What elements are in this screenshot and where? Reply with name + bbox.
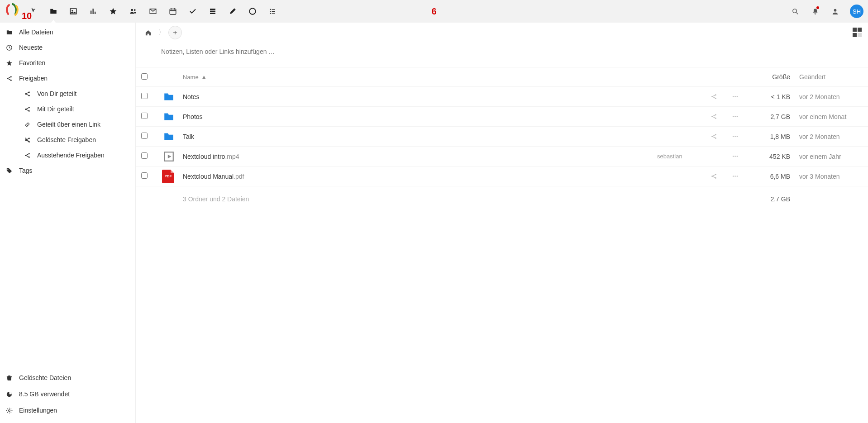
- sidebar-subitem-shared-link[interactable]: Geteilt über einen Link: [0, 117, 135, 132]
- sidebar-item-settings[interactable]: Einstellungen: [0, 402, 135, 418]
- row-checkbox[interactable]: [141, 152, 148, 159]
- svg-rect-11: [270, 9, 271, 10]
- file-size: 6,6 MB: [745, 173, 795, 180]
- tag-icon: [5, 167, 13, 174]
- svg-point-41: [732, 96, 734, 97]
- file-name[interactable]: Talk: [183, 133, 194, 140]
- home-icon[interactable]: [141, 26, 155, 39]
- app-more-icon[interactable]: [262, 0, 282, 23]
- share-icon[interactable]: [702, 113, 725, 120]
- share-icon[interactable]: [702, 133, 725, 140]
- summary-size: 2,7 GB: [745, 195, 795, 203]
- trash-icon: [5, 375, 13, 381]
- shared-by-label: sebastian: [657, 153, 682, 160]
- app-photos-icon[interactable]: [63, 0, 83, 23]
- file-modified: vor einem Jahr: [795, 153, 863, 160]
- select-all-checkbox[interactable]: [141, 73, 148, 80]
- notifications-button[interactable]: [807, 4, 823, 19]
- file-list: Notes< 1 KBvor 2 MonatenPhotos2,7 GBvor …: [136, 87, 868, 186]
- app-notes-icon[interactable]: [223, 0, 243, 23]
- file-modified: vor 2 Monaten: [795, 133, 863, 140]
- row-checkbox[interactable]: [141, 93, 148, 99]
- gear-icon: [5, 407, 13, 414]
- sidebar-subitem-pending-shares[interactable]: Ausstehende Freigaben: [0, 147, 135, 163]
- sidebar-label: Freigaben: [19, 75, 48, 82]
- share-icon[interactable]: [702, 173, 725, 180]
- add-button[interactable]: [168, 26, 182, 39]
- search-button[interactable]: [787, 4, 803, 19]
- summary-text: 3 Ordner und 2 Dateien: [183, 195, 657, 203]
- file-row[interactable]: Notes< 1 KBvor 2 Monaten: [136, 87, 868, 107]
- more-icon[interactable]: [725, 173, 745, 180]
- row-checkbox[interactable]: [141, 133, 148, 139]
- sidebar-item-quota[interactable]: 8.5 GB verwendet: [0, 386, 135, 402]
- file-row[interactable]: PDFNextcloud Manual.pdf6,6 MBvor 3 Monat…: [136, 166, 868, 186]
- notes-input[interactable]: [161, 48, 843, 55]
- svg-point-53: [732, 136, 734, 137]
- app-deck-icon[interactable]: [203, 0, 223, 23]
- svg-point-59: [736, 156, 738, 157]
- sidebar-subitem-shared-with-you[interactable]: Mit Dir geteilt: [0, 101, 135, 117]
- sidebar-item-all-files[interactable]: Alle Dateien: [0, 24, 135, 40]
- folder-icon: [5, 29, 13, 36]
- file-modified: vor 2 Monaten: [795, 93, 863, 100]
- app-files-icon[interactable]: [43, 0, 63, 23]
- svg-rect-13: [270, 13, 271, 14]
- sidebar-bottom: Gelöschte Dateien 8.5 GB verwendet Einst…: [0, 368, 135, 423]
- app-talk-icon[interactable]: [243, 0, 262, 23]
- app-logo[interactable]: [5, 3, 21, 19]
- column-name[interactable]: Name ▲: [183, 74, 657, 81]
- more-icon[interactable]: [725, 153, 745, 160]
- sidebar-label: Tags: [19, 167, 33, 174]
- sidebar-item-tags[interactable]: Tags: [0, 163, 135, 178]
- app-favorites-icon[interactable]: [103, 0, 123, 23]
- app-stats-icon[interactable]: [83, 0, 103, 23]
- users-button[interactable]: [827, 4, 843, 19]
- file-modified: vor 3 Monaten: [795, 173, 863, 180]
- file-name[interactable]: Notes: [183, 93, 200, 100]
- file-row[interactable]: Nextcloud intro.mp4sebastian452 KBvor ei…: [136, 147, 868, 166]
- file-size: 452 KB: [745, 153, 795, 160]
- sidebar-item-favorites[interactable]: Favoriten: [0, 55, 135, 71]
- sidebar-item-trash[interactable]: Gelöschte Dateien: [0, 370, 135, 386]
- sidebar-subitem-shared-by-you[interactable]: Von Dir geteilt: [0, 86, 135, 101]
- share-icon[interactable]: [702, 93, 725, 100]
- sidebar: Alle Dateien Neueste Favoriten Freigaben…: [0, 23, 136, 423]
- row-checkbox[interactable]: [141, 172, 148, 179]
- file-size: 1,8 MB: [745, 133, 795, 140]
- file-thumb: [162, 131, 183, 143]
- svg-rect-16: [272, 14, 276, 14]
- file-size: 2,7 GB: [745, 113, 795, 120]
- app-mail-icon[interactable]: [143, 0, 163, 23]
- svg-point-17: [792, 9, 796, 12]
- file-name[interactable]: Photos: [183, 113, 203, 120]
- app-tasks-icon[interactable]: [183, 0, 203, 23]
- more-icon[interactable]: [725, 113, 745, 120]
- svg-rect-9: [210, 13, 215, 14]
- svg-point-4: [131, 9, 134, 11]
- file-list-header: Name ▲ Größe Geändert: [136, 67, 868, 87]
- view-toggle-grid[interactable]: [853, 28, 863, 38]
- file-row[interactable]: Photos2,7 GBvor einem Monat: [136, 107, 868, 127]
- sidebar-item-recent[interactable]: Neueste: [0, 40, 135, 55]
- file-name[interactable]: Nextcloud Manual.pdf: [183, 173, 244, 180]
- sidebar-label: Favoriten: [19, 59, 45, 67]
- main: 〉 Name ▲ Größe Geändert Notes< 1 KBvor 2…: [136, 23, 868, 423]
- svg-point-57: [732, 156, 734, 157]
- sidebar-item-shares[interactable]: Freigaben: [0, 71, 135, 86]
- row-checkbox[interactable]: [141, 113, 148, 119]
- svg-rect-1: [91, 11, 91, 14]
- column-size[interactable]: Größe: [745, 73, 795, 81]
- column-modified[interactable]: Geändert: [795, 73, 863, 81]
- file-modified: vor einem Monat: [795, 113, 863, 120]
- sidebar-subitem-deleted-shares[interactable]: Gelöschte Freigaben: [0, 132, 135, 147]
- svg-rect-8: [210, 11, 215, 12]
- file-name[interactable]: Nextcloud intro.mp4: [183, 153, 239, 160]
- more-icon[interactable]: [725, 93, 745, 100]
- svg-rect-7: [210, 9, 215, 10]
- app-contacts-icon[interactable]: [123, 0, 143, 23]
- more-icon[interactable]: [725, 133, 745, 140]
- app-calendar-icon[interactable]: [163, 0, 183, 23]
- file-row[interactable]: Talk1,8 MBvor 2 Monaten: [136, 127, 868, 147]
- avatar[interactable]: SH: [850, 5, 863, 18]
